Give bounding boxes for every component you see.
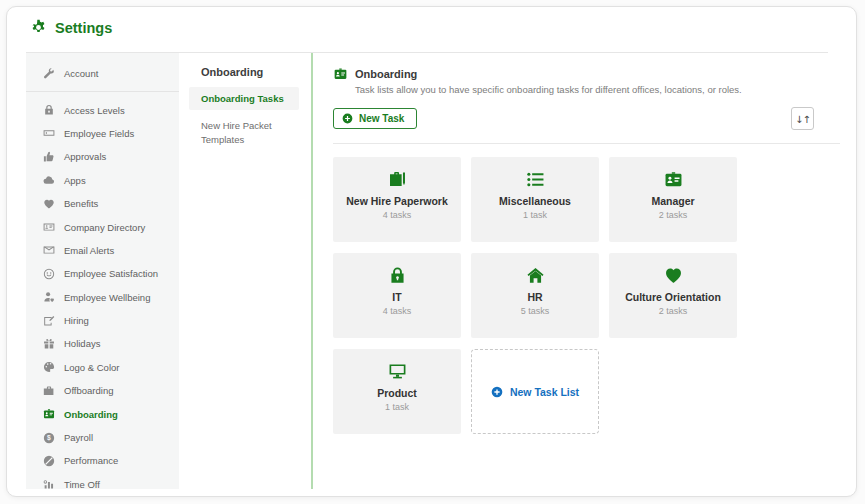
- bar-chart-icon: [43, 478, 55, 490]
- lock-icon: [43, 104, 55, 116]
- id-card-icon: [43, 221, 55, 233]
- sidebar-item-label: Employee Satisfaction: [64, 268, 158, 279]
- sidebar-item-label: Hiring: [64, 315, 89, 326]
- sidebar-item-email-alerts[interactable]: Email Alerts: [26, 239, 179, 262]
- subnav-item-new-hire-packet-templates[interactable]: New Hire Packet Templates: [189, 114, 299, 151]
- sidebar-item-label: Access Levels: [64, 105, 125, 116]
- sidebar-item-label: Offboarding: [64, 385, 113, 396]
- card-title: Miscellaneous: [499, 195, 571, 207]
- card-task-count: 2 tasks: [659, 306, 688, 316]
- subnav-item-onboarding-tasks[interactable]: Onboarding Tasks: [189, 87, 299, 110]
- card-task-count: 5 tasks: [521, 306, 550, 316]
- badge-icon: [663, 170, 684, 189]
- sidebar-item-label: Company Directory: [64, 222, 145, 233]
- briefcase-icon: [43, 385, 55, 397]
- gear-icon: [30, 19, 47, 36]
- sidebar-item-employee-wellbeing[interactable]: Employee Wellbeing: [26, 286, 179, 309]
- sidebar-item-benefits[interactable]: Benefits: [26, 192, 179, 215]
- card-title: Product: [377, 387, 417, 399]
- sidebar-item-logo-color[interactable]: Logo & Color: [26, 356, 179, 379]
- card-title: IT: [392, 291, 401, 303]
- wrench-icon: [43, 68, 55, 80]
- card-task-count: 2 tasks: [659, 210, 688, 220]
- sidebar-item-offboarding[interactable]: Offboarding: [26, 379, 179, 402]
- sidebar-item-label: Employee Fields: [64, 128, 134, 139]
- sort-button[interactable]: ↓↑: [791, 107, 814, 130]
- badge-icon: [333, 67, 348, 81]
- sidebar-item-label: Email Alerts: [64, 245, 114, 256]
- person-heart-icon: [43, 291, 55, 303]
- card-task-count: 1 task: [523, 210, 547, 220]
- sidebar-item-apps[interactable]: Apps: [26, 169, 179, 192]
- sidebar-item-label: Onboarding: [64, 409, 118, 420]
- cloud-icon: [43, 174, 55, 186]
- section-header: Onboarding: [333, 67, 840, 81]
- sidebar-item-approvals[interactable]: Approvals: [26, 145, 179, 168]
- toolbar-divider: [333, 143, 840, 144]
- sidebar-item-access-levels[interactable]: Access Levels: [26, 98, 179, 121]
- sidebar-item-employee-satisfaction[interactable]: Employee Satisfaction: [26, 262, 179, 285]
- palette-icon: [43, 361, 55, 373]
- card-title: New Hire Paperwork: [346, 195, 448, 207]
- toolbar: New Task ↓↑: [333, 107, 840, 130]
- svg-text:$: $: [47, 434, 51, 442]
- settings-body: AccountAccess LevelsEmployee FieldsAppro…: [26, 53, 840, 489]
- briefcase-pencil-icon: [387, 170, 408, 189]
- card-title: HR: [527, 291, 542, 303]
- sidebar-item-label: Holidays: [64, 338, 100, 349]
- section-description: Task lists allow you to have specific on…: [355, 84, 840, 95]
- section-title: Onboarding: [355, 68, 417, 80]
- dollar-circle-icon: $: [43, 432, 55, 444]
- sidebar-item-hiring[interactable]: Hiring: [26, 309, 179, 332]
- task-list-grid: New Hire Paperwork4 tasksMiscellaneous1 …: [333, 157, 840, 434]
- thumbs-up-icon: [43, 151, 55, 163]
- sidebar-item-performance[interactable]: Performance: [26, 449, 179, 472]
- heart-icon: [43, 198, 55, 210]
- task-list-card-manager[interactable]: Manager2 tasks: [609, 157, 737, 242]
- subnav-title: Onboarding: [201, 66, 311, 78]
- sidebar-item-label: Employee Wellbeing: [64, 292, 150, 303]
- new-task-button[interactable]: New Task: [333, 108, 417, 129]
- heart-icon: [663, 266, 684, 285]
- task-list-card-miscellaneous[interactable]: Miscellaneous1 task: [471, 157, 599, 242]
- task-list-card-product[interactable]: Product1 task: [333, 349, 461, 434]
- sidebar-item-employee-fields[interactable]: Employee Fields: [26, 122, 179, 145]
- settings-sidebar: AccountAccess LevelsEmployee FieldsAppro…: [26, 53, 179, 489]
- new-task-list-label: New Task List: [510, 386, 579, 398]
- sidebar-item-account[interactable]: Account: [26, 62, 179, 85]
- new-task-list-card[interactable]: New Task List: [471, 349, 599, 434]
- list-icon: [525, 170, 546, 189]
- sidebar-item-label: Benefits: [64, 198, 98, 209]
- monitor-icon: [387, 362, 408, 381]
- sidebar-item-label: Apps: [64, 175, 86, 186]
- clipboard-pencil-icon: [43, 315, 55, 327]
- card-title: Manager: [651, 195, 694, 207]
- input-field-icon: [43, 127, 55, 139]
- task-list-card-new-hire-paperwork[interactable]: New Hire Paperwork4 tasks: [333, 157, 461, 242]
- card-task-count: 1 task: [385, 402, 409, 412]
- card-task-count: 4 tasks: [383, 210, 412, 220]
- sidebar-item-label: Time Off: [64, 479, 100, 490]
- sidebar-item-onboarding[interactable]: Onboarding: [26, 402, 179, 425]
- sidebar-item-label: Approvals: [64, 151, 106, 162]
- new-task-button-label: New Task: [359, 113, 404, 124]
- smiley-icon: [43, 268, 55, 280]
- sidebar-item-label: Account: [64, 68, 98, 79]
- subnav-items: Onboarding TasksNew Hire Packet Template…: [179, 87, 311, 151]
- sort-arrows-icon: ↓↑: [795, 111, 810, 126]
- page-title: Settings: [55, 20, 112, 36]
- task-list-card-hr[interactable]: HR5 tasks: [471, 253, 599, 338]
- lock-icon: [387, 266, 408, 285]
- plus-circle-icon: [342, 113, 353, 124]
- sidebar-item-label: Logo & Color: [64, 362, 119, 373]
- sidebar-item-company-directory[interactable]: Company Directory: [26, 215, 179, 238]
- sidebar-item-label: Payroll: [64, 432, 93, 443]
- task-list-card-culture-orientation[interactable]: Culture Orientation2 tasks: [609, 253, 737, 338]
- card-task-count: 4 tasks: [383, 306, 412, 316]
- gauge-icon: [43, 455, 55, 467]
- task-list-card-it[interactable]: IT4 tasks: [333, 253, 461, 338]
- sidebar-item-payroll[interactable]: $Payroll: [26, 426, 179, 449]
- sidebar-divider: [26, 91, 179, 92]
- sidebar-item-time-off[interactable]: Time Off: [26, 473, 179, 496]
- sidebar-item-holidays[interactable]: Holidays: [26, 332, 179, 355]
